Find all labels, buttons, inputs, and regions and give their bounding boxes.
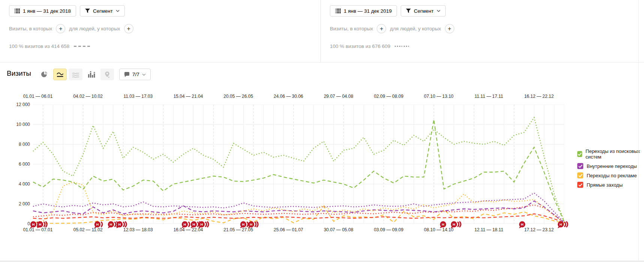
svg-text:Н: Н: [521, 222, 523, 226]
date-range-label: 1 янв — 31 дек 2018: [23, 8, 71, 14]
x-tick-label: 03.09 — 09.09: [374, 227, 403, 232]
x-tick-label: 15.04 — 21.04: [174, 94, 203, 99]
x-tick-label: 12.11 — 18.11: [475, 227, 503, 232]
chevron-down-icon: [437, 10, 440, 12]
y-tick-label: 12 000: [8, 102, 30, 107]
header-divider: [0, 62, 644, 63]
svg-text:Н: Н: [109, 222, 112, 226]
dotted-line-sample: [395, 46, 409, 47]
svg-text:Н: Н: [192, 222, 195, 226]
pie-chart-icon[interactable]: [37, 69, 51, 80]
x-tick-label: 29.07 — 04.08: [324, 94, 353, 99]
segment-label: Сегмент: [93, 8, 113, 14]
add-visit-condition-button[interactable]: +: [56, 24, 65, 33]
funnel-icon: [85, 9, 90, 13]
x-tick-label: 07.10 — 13.10: [424, 94, 454, 99]
add-people-condition-button[interactable]: +: [445, 24, 454, 33]
segment-panel-2019: 1 янв — 31 дек 2019 Сегмент Визиты, в ко…: [321, 0, 639, 62]
legend-item[interactable]: Прямые заходы: [577, 182, 644, 188]
y-tick-label: 8 000: [8, 142, 30, 147]
chart-type-toolbar: 7/7: [37, 69, 151, 80]
date-range-button-2019[interactable]: 1 янв — 31 дек 2019: [330, 5, 397, 16]
y-tick-label: 0: [8, 221, 30, 226]
x-tick-label: 11.11 — 17.11: [475, 94, 503, 99]
x-tick-label: 20.05 — 26.05: [223, 94, 253, 99]
annotations-counter-button[interactable]: 7/7: [119, 69, 151, 80]
svg-text:Н: Н: [442, 222, 444, 226]
svg-text:Н: Н: [39, 222, 42, 226]
filter-people-label: для людей, у которых: [69, 26, 120, 31]
legend-checkbox[interactable]: [577, 151, 582, 157]
legend-label: Внутренние переходы: [587, 163, 637, 169]
svg-text:Н: Н: [96, 222, 99, 226]
x-tick-label: 25.06 — 01.07: [274, 227, 303, 232]
speech-bubble-icon: [124, 72, 130, 77]
segment-label: Сегмент: [414, 8, 434, 14]
funnel-icon: [406, 9, 411, 13]
annotation-marker[interactable]: Н: [116, 220, 128, 229]
annotation-marker[interactable]: Н: [557, 220, 569, 229]
segment-button-2018[interactable]: Сегмент: [80, 5, 125, 16]
annotation-marker[interactable]: Н: [94, 220, 106, 229]
add-visit-condition-button[interactable]: +: [377, 24, 386, 33]
x-tick-label: 11.03 — 17.03: [123, 94, 153, 99]
line-chart-icon[interactable]: [53, 69, 67, 80]
segment-panel-2018: 1 янв — 31 дек 2018 Сегмент Визиты, в ко…: [0, 0, 321, 62]
date-range-label: 1 янв — 31 дек 2019: [344, 8, 392, 14]
legend-label: Прямые заходы: [587, 182, 623, 188]
annotations-counter-label: 7/7: [132, 72, 139, 77]
visits-total-label: 100 % визитов из 676 609: [330, 43, 390, 49]
y-tick-label: 4 000: [8, 181, 30, 187]
svg-text:Н: Н: [32, 222, 35, 226]
legend-checkbox[interactable]: [577, 163, 583, 169]
y-tick-label: 6 000: [8, 162, 30, 167]
metrica-comparison-page: 1 янв — 31 дек 2018 Сегмент Визиты, в ко…: [0, 0, 644, 262]
dashed-line-sample: [74, 46, 90, 47]
legend-item[interactable]: Переходы по рекламе: [577, 172, 644, 178]
annotation-marker[interactable]: Н: [450, 220, 462, 229]
legend-item[interactable]: Внутренние переходы: [577, 163, 644, 169]
annotation-marker[interactable]: Н: [518, 220, 530, 229]
x-tick-label: 02.09 — 08.09: [374, 94, 403, 99]
add-people-condition-button[interactable]: +: [124, 24, 133, 33]
series-dotted-line: [33, 117, 564, 221]
svg-text:Н: Н: [183, 222, 186, 226]
chart-title: Визиты: [7, 69, 31, 78]
svg-text:Н: Н: [560, 222, 562, 226]
x-tick-label: 24.06 — 30.06: [274, 94, 303, 99]
annotation-marker[interactable]: Н: [198, 220, 210, 229]
annotation-marker[interactable]: Н: [439, 220, 451, 229]
x-tick-label: 12.03 — 18.03: [123, 227, 153, 232]
y-tick-label: 2 000: [8, 201, 30, 207]
svg-text:Н: Н: [242, 222, 244, 226]
svg-text:Н: Н: [118, 222, 121, 226]
svg-text:Н: Н: [250, 222, 253, 226]
x-tick-label: 30.07 — 05.08: [324, 227, 353, 232]
legend-label: Переходы из поисковых систем: [586, 148, 644, 160]
calendar-grid-icon: [335, 9, 341, 13]
x-tick-label: 16.12 — 22.12: [524, 94, 554, 99]
legend-item[interactable]: Переходы из поисковых систем: [577, 148, 644, 160]
annotation-marker[interactable]: Н: [36, 220, 48, 229]
visits-line-chart[interactable]: [33, 105, 564, 224]
y-tick-label: 10 000: [8, 122, 30, 127]
legend-checkbox[interactable]: [577, 182, 583, 188]
segment-button-2019[interactable]: Сегмент: [401, 5, 446, 16]
map-pin-icon[interactable]: [100, 69, 114, 80]
svg-text:Н: Н: [453, 222, 455, 226]
x-tick-label: 04.02 — 10.02: [73, 94, 103, 99]
annotation-marker[interactable]: Н: [247, 220, 259, 229]
filter-visits-label: Визиты, в которых: [330, 26, 373, 31]
chevron-down-icon: [142, 73, 146, 76]
bottom-edge: [0, 261, 644, 262]
column-chart-icon[interactable]: [85, 69, 98, 80]
filter-visits-label: Визиты, в которых: [9, 26, 52, 31]
chevron-down-icon: [116, 10, 120, 12]
date-range-button-2018[interactable]: 1 янв — 31 дек 2018: [9, 5, 76, 16]
calendar-grid-icon: [14, 9, 20, 13]
chart-legend: Переходы из поисковых системВнутренние п…: [577, 148, 644, 188]
stacked-area-chart-icon[interactable]: [69, 69, 82, 80]
legend-label: Переходы по рекламе: [587, 173, 637, 178]
x-tick-label: 01.01 — 06.01: [23, 94, 53, 99]
legend-checkbox[interactable]: [577, 172, 583, 178]
